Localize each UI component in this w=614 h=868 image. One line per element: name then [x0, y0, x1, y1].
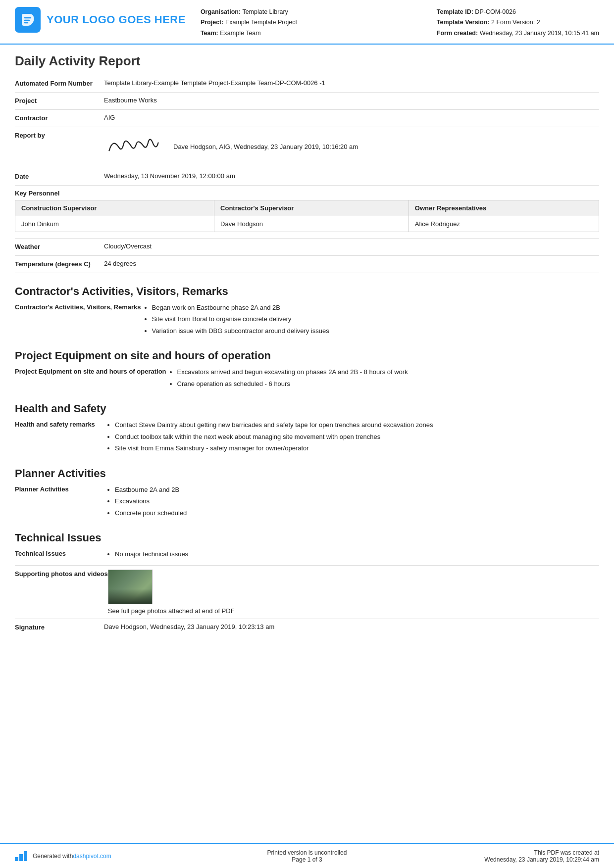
- signature-row: Signature Dave Hodgson, Wednesday, 23 Ja…: [15, 623, 599, 631]
- equipment-section-title: Project Equipment on site and hours of o…: [15, 349, 599, 362]
- weather-value: Cloudy/Overcast: [104, 242, 599, 250]
- date-value: Wednesday, 13 November 2019, 12:00:00 am: [104, 172, 599, 180]
- main-content: Daily Activity Report Automated Form Num…: [0, 45, 614, 675]
- list-item: No major technical issues: [115, 549, 599, 559]
- team-label: Team:: [201, 30, 218, 37]
- logo-text: YOUR LOGO GOES HERE: [47, 13, 186, 26]
- footer-page: Page 1 of 3: [209, 856, 404, 863]
- planner-field-row: Planner Activities Eastbourne 2A and 2B …: [15, 485, 599, 520]
- list-item: Contact Steve Daintry about getting new …: [115, 420, 599, 430]
- footer-right-date: Wednesday, 23 January 2019, 10:29:44 am: [405, 856, 599, 863]
- form-number-row: Automated Form Number Template Library-E…: [15, 79, 599, 87]
- footer-left: Generated with dashpivot.com: [15, 850, 209, 863]
- list-item: Site visit from Emma Sainsbury - safety …: [115, 443, 599, 453]
- temperature-label: Temperature (degrees C): [15, 260, 104, 268]
- contractor-field-label: Contractor: [15, 114, 104, 122]
- temperature-value: 24 degrees: [104, 260, 599, 267]
- personnel-cell-3: Alice Rodriguez: [409, 216, 599, 232]
- list-item: Crane operation as scheduled - 6 hours: [177, 379, 599, 389]
- header-meta-center: Organisation: Template Library Project: …: [201, 7, 437, 39]
- supporting-photos-value: See full page photos attached at end of …: [108, 570, 599, 615]
- header-meta-right: Template ID: DP-COM-0026 Template Versio…: [437, 7, 599, 39]
- supporting-photos-row: Supporting photos and videos See full pa…: [15, 570, 599, 615]
- planner-bullet-list: Eastbourne 2A and 2B Excavations Concret…: [104, 485, 599, 518]
- equipment-bullet-list: Excavators arrived and begun excavating …: [166, 367, 599, 388]
- contractors-section-title: Contractor's Activities, Visitors, Remar…: [15, 285, 599, 298]
- svg-rect-2: [24, 851, 27, 861]
- list-item: Conduct toolbox talk within the next wee…: [115, 432, 599, 442]
- list-item: Began work on Eastbourne phase 2A and 2B: [152, 303, 599, 313]
- equipment-field-row: Project Equipment on site and hours of o…: [15, 367, 599, 390]
- planner-section-title: Planner Activities: [15, 467, 599, 480]
- report-by-value: Dave Hodgson, AIG, Wednesday, 23 January…: [104, 131, 599, 163]
- list-item: Concrete pour scheduled: [115, 508, 599, 518]
- page-header: YOUR LOGO GOES HERE Organisation: Templa…: [0, 0, 614, 45]
- contractor-row: Contractor AIG: [15, 114, 599, 122]
- equipment-field-label: Project Equipment on site and hours of o…: [15, 367, 166, 375]
- personnel-col-1: Construction Supervisor: [15, 200, 214, 216]
- form-created-label: Form created:: [437, 30, 478, 37]
- photo-caption: See full page photos attached at end of …: [108, 607, 599, 615]
- personnel-table: Construction Supervisor Contractor's Sup…: [15, 200, 599, 232]
- report-title: Daily Activity Report: [15, 53, 599, 72]
- project-value: Example Template Project: [225, 19, 297, 26]
- date-row: Date Wednesday, 13 November 2019, 12:00:…: [15, 172, 599, 180]
- signature-svg: [102, 129, 164, 161]
- report-by-row: Report by Dave Hodgson, AIG, Wednesday, …: [15, 131, 599, 163]
- key-personnel-section: Key Personnel Construction Supervisor Co…: [15, 190, 599, 232]
- list-item: Variation issue with DBG subcontractor a…: [152, 326, 599, 336]
- team-value: Example Team: [220, 30, 260, 37]
- footer-right-text: This PDF was created at: [405, 849, 599, 856]
- contractors-field-row: Contractor's Activities, Visitors, Remar…: [15, 303, 599, 338]
- personnel-cell-1: John Dinkum: [15, 216, 214, 232]
- report-by-label: Report by: [15, 131, 104, 139]
- logo-icon: [15, 7, 41, 33]
- technical-field-row: Technical Issues No major technical issu…: [15, 549, 599, 561]
- health-field-value: Contact Steve Daintry about getting new …: [104, 420, 599, 455]
- project-field-value: Eastbourne Works: [104, 96, 599, 104]
- logo-svg: [20, 12, 36, 28]
- svg-rect-0: [15, 857, 18, 861]
- contractors-field-label: Contractor's Activities, Visitors, Remar…: [15, 303, 141, 311]
- page-footer: Generated with dashpivot.com Printed ver…: [0, 843, 614, 868]
- planner-field-value: Eastbourne 2A and 2B Excavations Concret…: [104, 485, 599, 520]
- personnel-header-row: Construction Supervisor Contractor's Sup…: [15, 200, 599, 216]
- personnel-col-3: Owner Representatives: [409, 200, 599, 216]
- technical-field-label: Technical Issues: [15, 549, 104, 557]
- personnel-col-2: Contractor's Supervisor: [214, 200, 409, 216]
- report-by-name: Dave Hodgson, AIG, Wednesday, 23 January…: [173, 143, 358, 150]
- contractor-field-value: AIG: [104, 114, 599, 121]
- health-bullet-list: Contact Steve Daintry about getting new …: [104, 420, 599, 453]
- footer-logo-svg: [15, 850, 29, 861]
- signature-value: Dave Hodgson, Wednesday, 23 January 2019…: [104, 623, 599, 630]
- contractors-field-value: Began work on Eastbourne phase 2A and 2B…: [141, 303, 599, 338]
- technical-field-value: No major technical issues: [104, 549, 599, 561]
- footer-right: This PDF was created at Wednesday, 23 Ja…: [405, 849, 599, 863]
- signature-drawing: [102, 129, 164, 165]
- list-item: Excavators arrived and begun excavating …: [177, 367, 599, 377]
- footer-center: Printed version is uncontrolled Page 1 o…: [209, 849, 404, 863]
- date-label: Date: [15, 172, 104, 180]
- footer-uncontrolled: Printed version is uncontrolled: [209, 849, 404, 856]
- photo-thumb-inner: [108, 570, 152, 604]
- supporting-photos-label: Supporting photos and videos: [15, 570, 108, 578]
- project-label: Project:: [201, 19, 224, 26]
- template-version-value: 2 Form Version: 2: [491, 19, 540, 26]
- signature-label: Signature: [15, 623, 104, 631]
- health-field-row: Health and safety remarks Contact Steve …: [15, 420, 599, 455]
- form-created-value: Wednesday, 23 January 2019, 10:15:41 am: [480, 30, 599, 37]
- equipment-field-value: Excavators arrived and begun excavating …: [166, 367, 599, 390]
- list-item: Eastbourne 2A and 2B: [115, 485, 599, 495]
- photo-thumbnail: [108, 570, 153, 604]
- svg-rect-1: [19, 854, 23, 861]
- personnel-cell-2: Dave Hodgson: [214, 216, 409, 232]
- contractors-bullet-list: Began work on Eastbourne phase 2A and 2B…: [141, 303, 599, 336]
- project-field-label: Project: [15, 96, 104, 104]
- form-number-label: Automated Form Number: [15, 79, 104, 87]
- footer-generated-text: Generated with: [33, 853, 73, 860]
- footer-link[interactable]: dashpivot.com: [73, 853, 111, 860]
- weather-label: Weather: [15, 242, 104, 250]
- health-field-label: Health and safety remarks: [15, 420, 104, 428]
- dashpivot-icon: [15, 850, 29, 863]
- logo-area: YOUR LOGO GOES HERE: [15, 7, 186, 33]
